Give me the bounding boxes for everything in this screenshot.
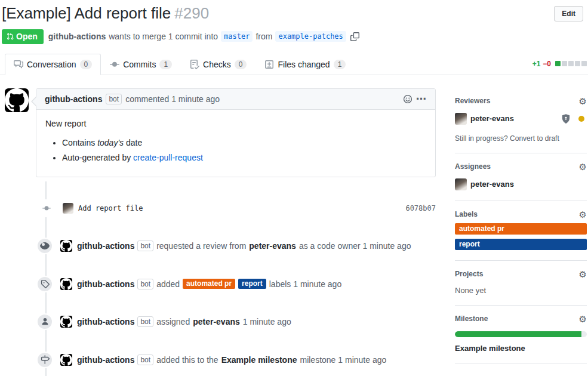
eye-icon — [36, 238, 53, 254]
label-chip-report[interactable]: report — [455, 239, 587, 250]
diff-block-neutral — [562, 61, 567, 66]
event-text: as a code owner 1 minute ago — [299, 241, 411, 251]
tab-checks[interactable]: Checks 0 — [181, 54, 255, 75]
note-text: Still in progress? — [455, 134, 508, 143]
kebab-menu-button[interactable]: ⋯ — [416, 96, 427, 102]
labels-title: Labels — [455, 210, 478, 218]
label-chip-automated-pr[interactable]: automated pr — [455, 223, 587, 235]
event-actor[interactable]: github-actions — [77, 279, 134, 289]
comment-meta[interactable]: commented 1 minute ago — [125, 94, 220, 104]
bullet-emphasis: today's — [97, 138, 124, 147]
github-actions-avatar[interactable] — [5, 88, 29, 112]
gear-icon[interactable]: ⚙ — [579, 162, 587, 171]
pr-title-text: [Example] Add report file — [2, 4, 171, 22]
committer-avatar[interactable] — [63, 203, 73, 214]
event-actor[interactable]: github-actions — [77, 317, 134, 326]
bot-badge: bot — [137, 355, 153, 365]
comment-card: github-actions bot commented 1 minute ag… — [36, 88, 436, 177]
assignee-name[interactable]: peter-evans — [470, 180, 514, 189]
timeline: github-actions bot commented 1 minute ag… — [0, 88, 446, 376]
assignee-row: peter-evans — [455, 178, 587, 190]
tab-commits[interactable]: Commits 1 — [101, 54, 181, 75]
additions-count: +1 — [532, 60, 541, 68]
tab-files-changed[interactable]: Files changed 1 — [255, 54, 355, 75]
bot-badge: bot — [137, 316, 153, 327]
bot-badge: bot — [106, 94, 122, 104]
shield-icon — [562, 114, 570, 124]
merge-from-text: from — [255, 32, 272, 41]
label-chip-report[interactable]: report — [238, 279, 266, 289]
event-subject[interactable]: Example milestone — [221, 355, 297, 365]
merge-info: github-actions wants to merge 1 commit i… — [48, 31, 359, 42]
tab-bar: Conversation 0 Commits 1 Checks 0 Files … — [0, 54, 588, 75]
merge-author[interactable]: github-actions — [48, 32, 106, 41]
github-actions-avatar[interactable] — [60, 316, 72, 328]
reviewer-name[interactable]: peter-evans — [470, 114, 514, 123]
sidebar-section-reviewers: Reviewers ⚙ peter-evans Still in progres… — [455, 97, 587, 153]
head-branch-chip[interactable]: example-patches — [275, 31, 346, 42]
gear-icon[interactable]: ⚙ — [579, 210, 587, 219]
merge-action-text: wants to merge 1 commit into — [109, 32, 218, 41]
comment-list: Contains today's date Auto-generated by … — [45, 138, 426, 162]
checklist-icon — [190, 60, 199, 69]
pending-review-dot — [578, 116, 584, 122]
gear-icon[interactable]: ⚙ — [579, 315, 587, 323]
event-text: labels 1 minute ago — [269, 279, 341, 289]
event-review-requested: github-actions bot requested a review fr… — [0, 238, 437, 254]
event-subject[interactable]: peter-evans — [193, 317, 240, 326]
reviewer-avatar[interactable] — [455, 113, 467, 125]
page-title: [Example] Add report file#290 — [2, 4, 554, 23]
pr-header: [Example] Add report file#290 Edit Open … — [0, 0, 588, 44]
milestone-icon — [36, 352, 53, 368]
comment-author[interactable]: github-actions — [45, 94, 102, 104]
gear-icon[interactable]: ⚙ — [579, 97, 587, 106]
emoji-reaction-button[interactable] — [403, 94, 412, 104]
tag-icon — [36, 276, 53, 292]
tab-count: 0 — [235, 60, 247, 69]
github-actions-avatar[interactable] — [60, 354, 72, 366]
diff-block-added — [555, 61, 561, 66]
commit-sha[interactable]: 6078b07 — [405, 204, 436, 212]
comment-row: github-actions bot commented 1 minute ag… — [0, 88, 446, 177]
tab-count: 0 — [80, 60, 93, 69]
smiley-icon — [403, 94, 412, 104]
milestone-progress-fill — [455, 331, 581, 337]
comment-body: New report Contains today's date Auto-ge… — [36, 110, 435, 177]
event-actor[interactable]: github-actions — [77, 241, 134, 251]
tab-label: Files changed — [278, 60, 330, 69]
event-actor[interactable]: github-actions — [77, 355, 134, 365]
sidebar: Reviewers ⚙ peter-evans Still in progres… — [446, 88, 588, 376]
reviewer-row: peter-evans — [455, 113, 587, 125]
diffstat-blocks — [555, 61, 587, 66]
create-pull-request-link[interactable]: create-pull-request — [133, 153, 203, 162]
event-text: added — [156, 279, 180, 289]
tab-conversation[interactable]: Conversation 0 — [5, 54, 101, 75]
label-chip-automated-pr[interactable]: automated pr — [183, 279, 235, 289]
gear-icon[interactable]: ⚙ — [579, 270, 587, 279]
event-text: assigned — [156, 317, 190, 326]
assignee-avatar[interactable] — [455, 178, 467, 190]
tab-count: 1 — [334, 60, 346, 69]
reviewers-title: Reviewers — [455, 97, 490, 105]
milestone-name[interactable]: Example milestone — [455, 344, 587, 353]
sidebar-section-assignees: Assignees ⚙ peter-evans — [455, 162, 587, 201]
base-branch-chip[interactable]: master — [221, 31, 253, 42]
github-actions-avatar[interactable] — [60, 278, 72, 290]
status-badge: Open — [2, 29, 44, 44]
commit-row: Add report file 6078b07 — [0, 199, 446, 217]
event-subject[interactable]: peter-evans — [249, 241, 296, 251]
comment-discussion-icon — [14, 60, 23, 69]
github-actions-avatar[interactable] — [60, 240, 72, 252]
sidebar-section-milestone: Milestone ⚙ Example milestone — [455, 315, 587, 363]
tab-label: Checks — [203, 60, 231, 69]
edit-button[interactable]: Edit — [554, 6, 583, 21]
convert-to-draft-note: Still in progress? Convert to draft — [455, 134, 587, 143]
person-icon — [36, 313, 53, 330]
event-milestoned: github-actions bot added this to the Exa… — [0, 352, 437, 368]
milestone-progress-track — [455, 331, 587, 337]
convert-to-draft-link[interactable]: Convert to draft — [510, 134, 559, 143]
tab-label: Commits — [123, 60, 156, 69]
commit-message[interactable]: Add report file — [78, 204, 143, 212]
event-text: milestone 1 minute ago — [300, 355, 386, 365]
copy-branch-icon[interactable] — [350, 32, 359, 41]
